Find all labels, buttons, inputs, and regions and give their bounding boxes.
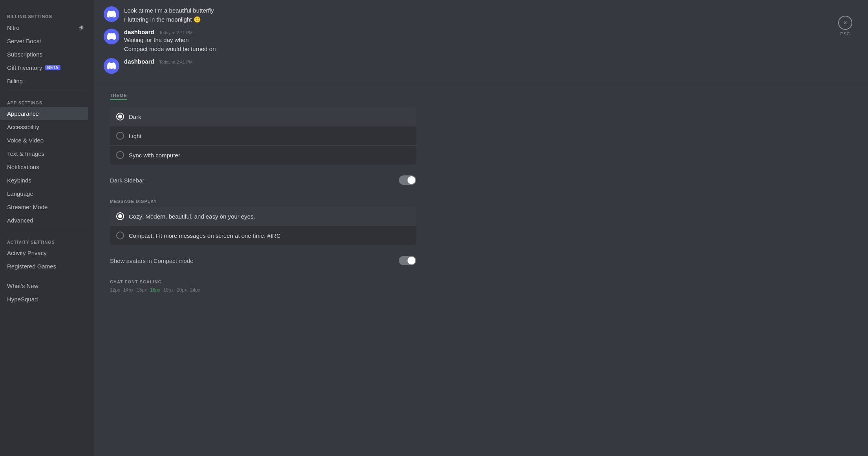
theme-options: Dark Light Sync with computer xyxy=(110,107,416,164)
message-option-cozy[interactable]: Cozy: Modern, beautiful, and easy on you… xyxy=(110,207,416,226)
activity-privacy-label: Activity Privacy xyxy=(7,250,47,256)
show-avatars-toggle-knob xyxy=(408,257,415,264)
radio-light xyxy=(116,132,124,140)
beta-badge: BETA xyxy=(45,65,60,70)
subscriptions-label: Subscriptions xyxy=(7,51,42,58)
sidebar-item-notifications[interactable]: Notifications xyxy=(0,161,88,173)
msg-content-2: dashboard Today at 2:41 PM Waiting for t… xyxy=(124,29,859,53)
appearance-label: Appearance xyxy=(7,110,39,117)
server-boost-label: Server Boost xyxy=(7,38,41,44)
keybinds-label: Keybinds xyxy=(7,177,31,184)
accessibility-label: Accessibility xyxy=(7,124,39,130)
msg-text-2a: Waiting for the day when xyxy=(124,36,859,45)
msg-text-1b: Fluttering in the moonlight 🙂 xyxy=(124,15,859,24)
show-avatars-label: Show avatars in Compact mode xyxy=(110,257,194,264)
msg-timestamp-3: Today at 2:41 PM xyxy=(159,60,193,64)
nitro-label: Nitro xyxy=(7,24,20,31)
registered-games-label: Registered Games xyxy=(7,263,56,270)
avatar-3 xyxy=(104,58,119,74)
voice-video-label: Voice & Video xyxy=(7,137,44,144)
dark-sidebar-toggle-knob xyxy=(408,176,415,184)
message-display-header: MESSAGE DISPLAY xyxy=(110,199,416,204)
sidebar-item-activity-privacy[interactable]: Activity Privacy xyxy=(0,246,88,259)
sidebar-item-language[interactable]: Language xyxy=(0,187,88,200)
chat-font-scaling-header: CHAT FONT SCALING xyxy=(110,279,416,284)
sidebar-divider-1 xyxy=(7,91,84,91)
message-row-2: dashboard Today at 2:41 PM Waiting for t… xyxy=(104,29,859,53)
main-content: Look at me I'm a beautiful butterfly Flu… xyxy=(94,0,868,456)
message-row-1: Look at me I'm a beautiful butterfly Flu… xyxy=(104,6,859,24)
font-size-14: 14px xyxy=(123,287,133,293)
esc-button[interactable]: × ESC xyxy=(838,16,852,36)
msg-content-3: dashboard Today at 2:41 PM xyxy=(124,58,859,65)
language-label: Language xyxy=(7,190,33,197)
streamer-mode-label: Streamer Mode xyxy=(7,204,48,210)
message-option-compact[interactable]: Compact: Fit more messages on screen at … xyxy=(110,226,416,245)
message-cozy-label: Cozy: Modern, beautiful, and easy on you… xyxy=(129,213,255,220)
theme-sync-label: Sync with computer xyxy=(129,152,180,159)
notifications-label: Notifications xyxy=(7,164,39,170)
msg-text-2b: Compact mode would be turned on xyxy=(124,45,859,54)
whats-new-label: What's New xyxy=(7,283,38,289)
msg-username-3: dashboard xyxy=(124,58,154,65)
sidebar-item-keybinds[interactable]: Keybinds xyxy=(0,174,88,187)
sidebar-item-appearance[interactable]: Appearance xyxy=(0,107,88,120)
font-size-24: 24px xyxy=(190,287,200,293)
theme-light-label: Light xyxy=(129,133,142,139)
theme-header: THEME xyxy=(110,93,127,100)
hypesquad-label: HypeSquad xyxy=(7,296,38,303)
msg-text-1a: Look at me I'm a beautiful butterfly xyxy=(124,6,859,15)
sidebar-item-streamer-mode[interactable]: Streamer Mode xyxy=(0,201,88,213)
theme-option-light[interactable]: Light xyxy=(110,126,416,146)
esc-icon: × xyxy=(838,16,852,30)
message-display-options: Cozy: Modern, beautiful, and easy on you… xyxy=(110,207,416,245)
settings-sidebar: BILLING SETTINGS Nitro ⊕ Server Boost Su… xyxy=(0,0,94,456)
nitro-icon: ⊕ xyxy=(79,24,84,31)
chat-preview: Look at me I'm a beautiful butterfly Flu… xyxy=(94,0,868,82)
radio-compact xyxy=(116,232,124,239)
msg-username-2: dashboard xyxy=(124,29,154,35)
sidebar-item-gift-inventory[interactable]: Gift Inventory BETA xyxy=(0,61,88,74)
sidebar-divider-2 xyxy=(7,230,84,230)
show-avatars-toggle[interactable] xyxy=(399,256,416,265)
sidebar-item-subscriptions[interactable]: Subscriptions xyxy=(0,48,88,61)
dark-sidebar-label: Dark Sidebar xyxy=(110,177,144,184)
message-compact-label: Compact: Fit more messages on screen at … xyxy=(129,232,281,239)
sidebar-item-registered-games[interactable]: Registered Games xyxy=(0,260,88,273)
theme-dark-label: Dark xyxy=(129,113,141,120)
radio-cozy xyxy=(116,212,124,220)
message-display-section: MESSAGE DISPLAY Cozy: Modern, beautiful,… xyxy=(110,199,416,270)
message-row-3: dashboard Today at 2:41 PM xyxy=(104,58,859,74)
esc-label: ESC xyxy=(840,31,850,36)
sidebar-item-billing[interactable]: Billing xyxy=(0,75,88,88)
font-size-15: 15px xyxy=(137,287,147,293)
sidebar-item-server-boost[interactable]: Server Boost xyxy=(0,35,88,47)
sidebar-item-text-images[interactable]: Text & Images xyxy=(0,147,88,160)
avatar-2 xyxy=(104,29,119,44)
advanced-label: Advanced xyxy=(7,217,33,224)
dark-sidebar-toggle-row: Dark Sidebar xyxy=(110,171,416,190)
theme-option-sync[interactable]: Sync with computer xyxy=(110,146,416,164)
activity-section-label: ACTIVITY SETTINGS xyxy=(0,233,91,246)
font-scale-row: 12px 14px 15px 16px 18px 20px 24px xyxy=(110,287,416,293)
sidebar-item-accessibility[interactable]: Accessibility xyxy=(0,120,88,133)
sidebar-item-hypesquad[interactable]: HypeSquad xyxy=(0,293,88,306)
theme-option-dark[interactable]: Dark xyxy=(110,107,416,126)
font-size-20: 20px xyxy=(177,287,187,293)
chat-font-scaling-section: CHAT FONT SCALING 12px 14px 15px 16px 18… xyxy=(110,279,416,293)
font-size-16: 16px xyxy=(150,287,160,293)
avatar-1 xyxy=(104,6,119,22)
msg-timestamp-2: Today at 2:41 PM xyxy=(159,30,193,35)
font-size-12: 12px xyxy=(110,287,120,293)
sidebar-item-nitro[interactable]: Nitro ⊕ xyxy=(0,21,88,34)
sidebar-item-whats-new[interactable]: What's New xyxy=(0,279,88,292)
sidebar-item-voice-video[interactable]: Voice & Video xyxy=(0,134,88,147)
text-images-label: Text & Images xyxy=(7,150,44,157)
dark-sidebar-toggle[interactable] xyxy=(399,175,416,185)
msg-content-1: Look at me I'm a beautiful butterfly Flu… xyxy=(124,6,859,24)
settings-area: THEME Dark Light Sync with computer Dark… xyxy=(94,82,432,302)
radio-dark xyxy=(116,113,124,120)
billing-label: Billing xyxy=(7,78,23,84)
sidebar-item-advanced[interactable]: Advanced xyxy=(0,214,88,227)
billing-section-label: BILLING SETTINGS xyxy=(0,8,91,20)
